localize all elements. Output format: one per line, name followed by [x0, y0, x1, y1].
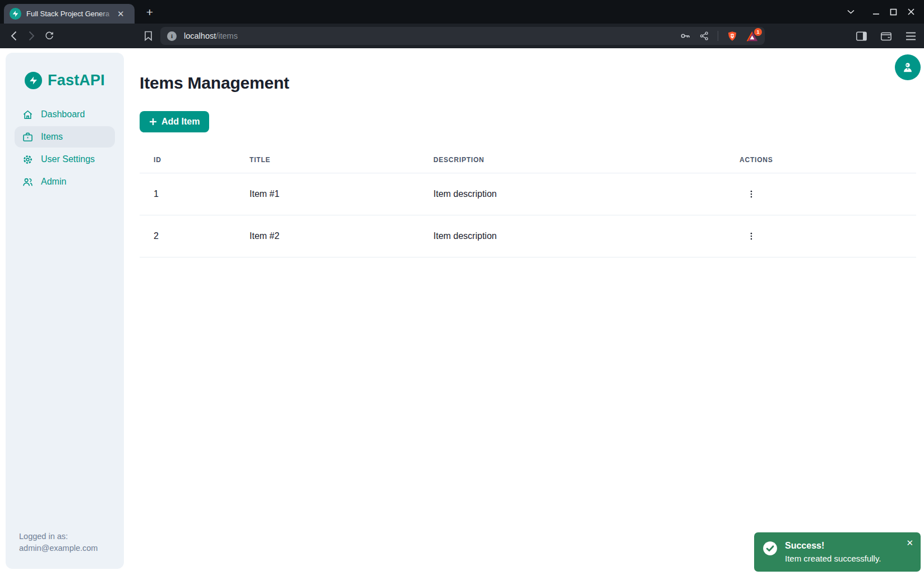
logged-in-email: admin@example.com: [19, 542, 98, 554]
new-tab-button[interactable]: +: [142, 5, 157, 20]
sidebar-item-label: User Settings: [41, 154, 95, 164]
gear-icon: [22, 154, 33, 165]
logo-text: FastAPI: [48, 72, 105, 89]
browser-tab[interactable]: Full Stack Project Genera ✕: [4, 4, 135, 24]
close-window-icon[interactable]: [902, 0, 920, 24]
sidebar-item-dashboard[interactable]: Dashboard: [15, 104, 115, 125]
success-toast: Success! Item created successfully. ✕: [754, 532, 921, 572]
fastapi-lightning-icon: [25, 72, 42, 89]
sidebar-item-label: Items: [41, 132, 63, 142]
check-circle-icon: [763, 541, 778, 572]
bookmark-icon[interactable]: [140, 28, 156, 44]
app-content: FastAPI Dashboard Items User Settings: [0, 48, 924, 575]
maximize-icon[interactable]: [885, 0, 902, 24]
row-actions-kebab-icon[interactable]: [742, 185, 760, 203]
sidebar-item-label: Admin: [41, 177, 66, 187]
column-header-description: DESCRIPTION: [433, 148, 726, 173]
items-table: ID TITLE DESCRIPTION ACTIONS 1 Item #1 I…: [140, 148, 916, 257]
add-item-button[interactable]: Add Item: [140, 111, 209, 132]
forward-icon[interactable]: [24, 28, 39, 44]
brave-shield-icon[interactable]: [727, 30, 738, 42]
key-icon[interactable]: [680, 30, 691, 42]
cell-id: 2: [140, 215, 250, 257]
sidebar-item-user-settings[interactable]: User Settings: [15, 149, 115, 170]
toast-title: Success!: [785, 540, 881, 552]
toolbar-divider: [718, 31, 718, 41]
reload-icon[interactable]: [41, 28, 57, 44]
tab-title: Full Stack Project Genera: [26, 10, 115, 18]
share-icon[interactable]: [699, 31, 709, 41]
tab-search-chevron-icon[interactable]: [842, 0, 860, 24]
sidebar: FastAPI Dashboard Items User Settings: [6, 53, 124, 569]
cell-title: Item #1: [250, 173, 433, 215]
sidebar-item-admin[interactable]: Admin: [15, 171, 115, 192]
cell-description: Item description: [433, 215, 726, 257]
url-bar[interactable]: i localhost/items 1: [160, 27, 765, 45]
wallet-icon[interactable]: [878, 28, 894, 44]
row-actions-kebab-icon[interactable]: [742, 227, 760, 245]
tab-favicon-lightning-icon: [10, 8, 21, 20]
home-icon: [22, 109, 33, 120]
table-row: 2 Item #2 Item description: [140, 215, 916, 257]
back-icon[interactable]: [6, 28, 21, 44]
rewards-badge: 1: [754, 28, 762, 36]
page-title: Items Management: [140, 73, 916, 93]
tab-title-fade: [99, 10, 115, 18]
cell-id: 1: [140, 173, 250, 215]
column-header-actions: ACTIONS: [726, 148, 916, 173]
browser-titlebar: Full Stack Project Genera ✕ +: [0, 0, 924, 24]
fastapi-logo: FastAPI: [6, 53, 124, 89]
sidebar-item-items[interactable]: Items: [15, 126, 115, 148]
briefcase-icon: [22, 132, 33, 142]
table-row: 1 Item #1 Item description: [140, 173, 916, 215]
cell-description: Item description: [433, 173, 726, 215]
main-panel: Items Management Add Item ID TITLE DESCR…: [140, 48, 916, 257]
plus-icon: [149, 118, 157, 126]
column-header-id: ID: [140, 148, 250, 173]
user-menu-button[interactable]: [895, 54, 921, 80]
users-icon: [22, 177, 33, 187]
column-header-title: TITLE: [250, 148, 433, 173]
browser-toolbar: i localhost/items 1: [0, 24, 924, 48]
info-icon[interactable]: i: [167, 31, 177, 41]
logged-in-info: Logged in as: admin@example.com: [19, 531, 98, 554]
cell-title: Item #2: [250, 215, 433, 257]
minimize-icon[interactable]: [867, 0, 885, 24]
window-controls: [842, 0, 920, 24]
brave-rewards-icon[interactable]: 1: [746, 31, 758, 42]
sidebar-nav: Dashboard Items User Settings Admin: [6, 104, 124, 192]
sidebar-item-label: Dashboard: [41, 109, 85, 119]
tab-close-icon[interactable]: ✕: [117, 10, 124, 18]
table-header-row: ID TITLE DESCRIPTION ACTIONS: [140, 148, 916, 173]
toast-close-icon[interactable]: ✕: [904, 536, 916, 549]
toast-message: Item created successfully.: [785, 552, 881, 565]
side-panel-icon[interactable]: [853, 28, 869, 44]
logged-in-label: Logged in as:: [19, 531, 98, 542]
url-text: localhost/items: [184, 31, 238, 40]
menu-icon[interactable]: [903, 28, 918, 44]
user-avatar-icon: [900, 60, 915, 75]
